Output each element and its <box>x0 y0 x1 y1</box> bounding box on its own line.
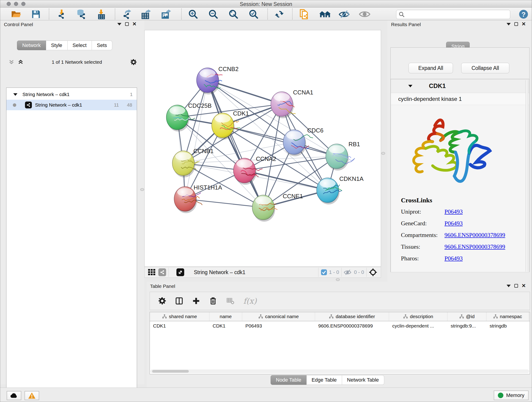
zoom-out-button[interactable] <box>207 9 220 19</box>
panel-close-icon[interactable]: ✕ <box>522 284 526 288</box>
table-horizontal-scrollbar[interactable] <box>150 370 529 373</box>
panel-close-icon[interactable]: ✕ <box>522 22 526 26</box>
network-edge-CCNA2-CDKN1A[interactable] <box>244 171 328 190</box>
network-node-CDK1[interactable] <box>212 113 240 140</box>
column-header-canonical-name[interactable]: canonical name <box>242 312 315 321</box>
control-panel: Control Panel ✕ Network Style Select Set… <box>0 20 144 384</box>
column-header-database-identifier[interactable]: database identifier <box>315 312 389 321</box>
panel-float-icon[interactable] <box>514 22 518 26</box>
expand-all-button[interactable]: Expand All <box>409 63 453 73</box>
table-cell: CDK1 <box>209 321 242 331</box>
create-column-icon[interactable] <box>192 297 200 305</box>
network-node-CCNA1[interactable] <box>271 92 296 118</box>
tab-select[interactable]: Select <box>68 41 92 50</box>
view-title: String Network – cdk1 <box>194 269 245 275</box>
network-canvas[interactable]: CCNB2CCNA1CDC25BCDK1CDC6RB1CCNB1CCNA2CDK… <box>144 30 381 267</box>
column-label: description <box>410 314 433 319</box>
export-table-button[interactable] <box>140 9 153 19</box>
left-splitter-handle[interactable] <box>140 188 144 191</box>
tissues-link[interactable]: 9606.ENSP00000378699 <box>444 243 505 250</box>
show-columns-icon[interactable] <box>175 297 183 305</box>
hidden-eye-slash-icon[interactable] <box>344 269 352 275</box>
zoom-selected-button[interactable] <box>247 9 260 19</box>
network-edge-CCNB2-HIST1H1A[interactable] <box>185 80 208 199</box>
table-row[interactable]: CDK1CDK1P064939606.ENSP00000378699cyclin… <box>150 321 530 331</box>
tab-style[interactable]: Style <box>46 41 68 50</box>
view-toolbar-separator <box>168 268 169 277</box>
new-network-from-selection-button[interactable] <box>298 9 310 19</box>
network-share-icon[interactable] <box>158 268 166 276</box>
panel-menu-icon[interactable] <box>507 285 511 287</box>
tab-network[interactable]: Network <box>17 41 46 50</box>
network-node-CCNB1[interactable] <box>172 151 200 177</box>
panel-float-icon[interactable] <box>514 284 518 288</box>
tab-network-table[interactable]: Network Table <box>342 375 384 385</box>
uniprot-link[interactable]: P06493 <box>444 208 462 215</box>
panel-menu-icon[interactable] <box>117 23 121 26</box>
column-header-description[interactable]: description <box>389 312 447 321</box>
selected-counts: 1 - 0 <box>329 269 339 275</box>
table-cell: cyclin-dependent ... <box>389 321 447 331</box>
column-header-@id[interactable]: @id <box>447 312 486 321</box>
expand-all-chevron-icon[interactable] <box>18 59 24 65</box>
grid-view-icon[interactable] <box>148 268 156 276</box>
column-label: canonical name <box>265 314 299 319</box>
show-home-button[interactable] <box>318 9 331 19</box>
column-header-name[interactable]: name <box>209 312 242 321</box>
zoom-fit-button[interactable] <box>227 9 240 19</box>
column-label: @id <box>466 314 475 319</box>
genecard-link[interactable]: P06493 <box>444 220 462 227</box>
tab-sets[interactable]: Sets <box>92 41 112 50</box>
network-options-gear-icon[interactable] <box>130 59 137 65</box>
protein-expander-icon[interactable] <box>408 85 412 87</box>
table-options-gear-icon[interactable] <box>158 297 166 305</box>
panel-float-icon[interactable] <box>125 22 129 26</box>
search-input[interactable] <box>405 12 503 17</box>
selected-checkbox-icon[interactable] <box>321 269 327 275</box>
refresh-layout-button[interactable] <box>273 9 286 19</box>
network-node-CCNE1[interactable] <box>252 195 278 222</box>
tab-node-table[interactable]: Node Table <box>271 375 307 385</box>
show-graphics-details-button[interactable] <box>359 9 371 19</box>
panel-menu-icon[interactable] <box>507 23 511 26</box>
horizontal-splitter-handle[interactable] <box>336 278 340 281</box>
network-row[interactable]: String Network – cdk1 11 48 <box>6 100 137 110</box>
import-table-file-button[interactable] <box>95 9 108 19</box>
results-scrollbar[interactable] <box>526 80 528 272</box>
import-network-file-button[interactable] <box>55 9 68 19</box>
network-node-RB1[interactable] <box>326 144 355 171</box>
collapse-all-button[interactable]: Collapse All <box>461 63 509 73</box>
tab-edge-table[interactable]: Edge Table <box>307 375 342 385</box>
birdseye-crosshair-icon[interactable] <box>369 268 377 276</box>
network-collection-row[interactable]: String Network – cdk1 1 <box>6 89 137 100</box>
string-results-box: Expand All Collapse All CDK1 cyclin-depe… <box>390 47 530 272</box>
node-label-CCNB1: CCNB1 <box>193 148 214 154</box>
column-header-namespac[interactable]: namespac <box>486 312 529 321</box>
column-label: database identifier <box>336 314 375 319</box>
collapse-all-chevron-icon[interactable] <box>8 59 14 65</box>
pharos-link[interactable]: P06493 <box>444 255 462 262</box>
compartments-link[interactable]: 9606.ENSP00000378699 <box>444 232 505 239</box>
hide-selected-button[interactable] <box>338 9 351 19</box>
column-header-shared-name[interactable]: shared name <box>150 312 209 321</box>
detach-view-icon[interactable] <box>177 268 184 276</box>
export-network-button[interactable] <box>120 9 133 19</box>
network-node-CDKN1A[interactable] <box>317 178 342 204</box>
clone-network-icon <box>299 9 309 19</box>
cloud-status-button[interactable] <box>7 391 21 400</box>
panel-close-icon[interactable]: ✕ <box>133 22 137 26</box>
view-toolbar-separator <box>341 268 342 277</box>
collection-expander-icon[interactable] <box>13 93 17 96</box>
delete-column-icon[interactable] <box>209 297 217 305</box>
zoom-in-button[interactable] <box>187 9 200 19</box>
export-image-button[interactable] <box>160 9 173 19</box>
search-box <box>396 10 510 19</box>
help-button[interactable]: ? <box>517 9 530 19</box>
right-splitter-handle[interactable] <box>381 152 385 155</box>
memory-button[interactable]: Memory <box>494 390 529 400</box>
warning-status-button[interactable] <box>25 391 39 400</box>
import-network-database-button[interactable] <box>75 9 87 19</box>
search-icon <box>399 12 405 17</box>
open-session-button[interactable] <box>10 9 23 19</box>
save-session-button[interactable] <box>30 9 42 19</box>
